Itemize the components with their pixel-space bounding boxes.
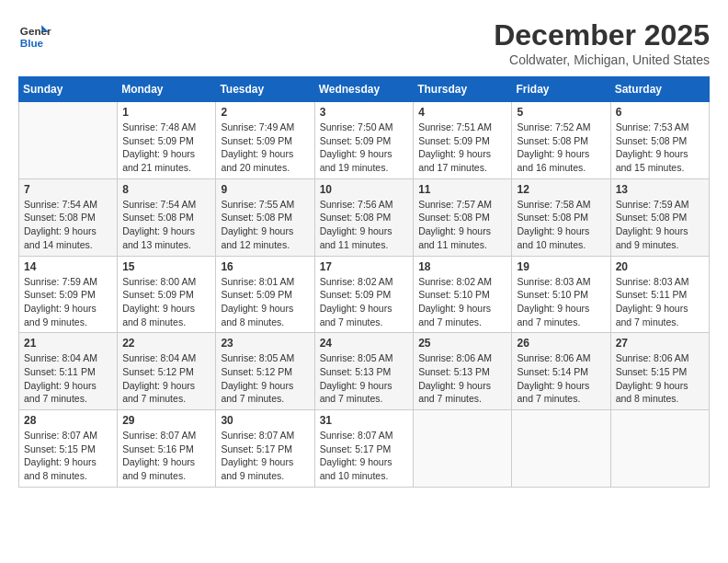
day-info: Sunrise: 7:53 AM Sunset: 5:08 PM Dayligh… [616, 121, 704, 175]
day-number: 14 [24, 260, 112, 273]
day-cell: 9Sunrise: 7:55 AM Sunset: 5:08 PM Daylig… [216, 178, 314, 256]
day-number: 21 [24, 337, 112, 350]
logo-icon: General Blue [18, 18, 51, 52]
day-number: 11 [418, 183, 506, 196]
day-info: Sunrise: 7:50 AM Sunset: 5:09 PM Dayligh… [320, 121, 409, 175]
day-cell: 30Sunrise: 8:07 AM Sunset: 5:17 PM Dayli… [216, 410, 314, 488]
day-cell: 28Sunrise: 8:07 AM Sunset: 5:15 PM Dayli… [19, 410, 118, 488]
day-cell: 26Sunrise: 8:06 AM Sunset: 5:14 PM Dayli… [512, 333, 610, 410]
day-info: Sunrise: 7:55 AM Sunset: 5:08 PM Dayligh… [221, 198, 309, 252]
day-info: Sunrise: 8:05 AM Sunset: 5:13 PM Dayligh… [320, 351, 409, 406]
day-info: Sunrise: 8:03 AM Sunset: 5:10 PM Dayligh… [517, 275, 605, 329]
week-row-2: 7Sunrise: 7:54 AM Sunset: 5:08 PM Daylig… [19, 178, 710, 256]
day-info: Sunrise: 7:48 AM Sunset: 5:09 PM Dayligh… [122, 121, 210, 175]
day-number: 2 [221, 106, 309, 119]
day-info: Sunrise: 7:52 AM Sunset: 5:08 PM Dayligh… [517, 121, 605, 175]
calendar-table: SundayMondayTuesdayWednesdayThursdayFrid… [18, 76, 710, 488]
day-info: Sunrise: 8:06 AM Sunset: 5:13 PM Dayligh… [418, 351, 506, 406]
days-header-row: SundayMondayTuesdayWednesdayThursdayFrid… [19, 77, 710, 102]
day-info: Sunrise: 8:07 AM Sunset: 5:16 PM Dayligh… [122, 429, 210, 483]
location: Coldwater, Michigan, United States [494, 52, 710, 67]
day-number: 20 [616, 260, 704, 273]
day-cell [610, 410, 709, 488]
day-cell [19, 102, 118, 179]
day-info: Sunrise: 7:54 AM Sunset: 5:08 PM Dayligh… [122, 198, 210, 252]
day-cell [512, 410, 610, 488]
day-info: Sunrise: 8:02 AM Sunset: 5:09 PM Dayligh… [320, 275, 409, 329]
day-number: 18 [418, 260, 506, 273]
day-number: 1 [122, 106, 210, 119]
day-cell: 22Sunrise: 8:04 AM Sunset: 5:12 PM Dayli… [118, 333, 216, 410]
day-cell: 21Sunrise: 8:04 AM Sunset: 5:11 PM Dayli… [19, 333, 118, 410]
day-header-sunday: Sunday [19, 77, 118, 102]
day-cell: 11Sunrise: 7:57 AM Sunset: 5:08 PM Dayli… [414, 178, 512, 256]
month-title: December 2025 [494, 18, 710, 52]
day-cell: 16Sunrise: 8:01 AM Sunset: 5:09 PM Dayli… [216, 256, 314, 333]
day-info: Sunrise: 8:00 AM Sunset: 5:09 PM Dayligh… [122, 275, 210, 329]
day-info: Sunrise: 7:54 AM Sunset: 5:08 PM Dayligh… [24, 198, 112, 252]
day-number: 15 [122, 260, 210, 273]
day-header-tuesday: Tuesday [216, 77, 314, 102]
day-info: Sunrise: 7:51 AM Sunset: 5:09 PM Dayligh… [418, 121, 506, 175]
day-number: 23 [221, 337, 309, 350]
day-number: 22 [122, 337, 210, 350]
logo: General Blue [18, 18, 55, 52]
day-info: Sunrise: 8:06 AM Sunset: 5:14 PM Dayligh… [517, 351, 605, 406]
week-row-5: 28Sunrise: 8:07 AM Sunset: 5:15 PM Dayli… [19, 410, 710, 488]
day-info: Sunrise: 8:03 AM Sunset: 5:11 PM Dayligh… [616, 275, 704, 329]
week-row-1: 1Sunrise: 7:48 AM Sunset: 5:09 PM Daylig… [19, 102, 710, 179]
day-number: 5 [517, 106, 605, 119]
day-cell: 31Sunrise: 8:07 AM Sunset: 5:17 PM Dayli… [314, 410, 414, 488]
day-cell: 6Sunrise: 7:53 AM Sunset: 5:08 PM Daylig… [610, 102, 709, 179]
day-number: 29 [122, 414, 210, 427]
day-cell: 23Sunrise: 8:05 AM Sunset: 5:12 PM Dayli… [216, 333, 314, 410]
day-number: 13 [616, 183, 704, 196]
title-block: December 2025 Coldwater, Michigan, Unite… [494, 18, 710, 67]
day-number: 19 [517, 260, 605, 273]
day-cell: 2Sunrise: 7:49 AM Sunset: 5:09 PM Daylig… [216, 102, 314, 179]
day-cell: 5Sunrise: 7:52 AM Sunset: 5:08 PM Daylig… [512, 102, 610, 179]
day-number: 12 [517, 183, 605, 196]
day-header-thursday: Thursday [414, 77, 512, 102]
calendar-header: SundayMondayTuesdayWednesdayThursdayFrid… [19, 77, 710, 102]
day-number: 9 [221, 183, 309, 196]
day-number: 16 [221, 260, 309, 273]
day-cell: 18Sunrise: 8:02 AM Sunset: 5:10 PM Dayli… [414, 256, 512, 333]
day-number: 27 [616, 337, 704, 350]
day-number: 8 [122, 183, 210, 196]
day-cell: 3Sunrise: 7:50 AM Sunset: 5:09 PM Daylig… [314, 102, 414, 179]
day-info: Sunrise: 8:05 AM Sunset: 5:12 PM Dayligh… [221, 351, 309, 406]
day-cell: 8Sunrise: 7:54 AM Sunset: 5:08 PM Daylig… [118, 178, 216, 256]
day-cell: 15Sunrise: 8:00 AM Sunset: 5:09 PM Dayli… [118, 256, 216, 333]
day-info: Sunrise: 7:58 AM Sunset: 5:08 PM Dayligh… [517, 198, 605, 252]
calendar-body: 1Sunrise: 7:48 AM Sunset: 5:09 PM Daylig… [19, 102, 710, 488]
day-cell: 19Sunrise: 8:03 AM Sunset: 5:10 PM Dayli… [512, 256, 610, 333]
day-info: Sunrise: 8:07 AM Sunset: 5:15 PM Dayligh… [24, 429, 112, 483]
day-number: 30 [221, 414, 309, 427]
day-cell: 17Sunrise: 8:02 AM Sunset: 5:09 PM Dayli… [314, 256, 414, 333]
day-info: Sunrise: 8:02 AM Sunset: 5:10 PM Dayligh… [418, 275, 506, 329]
day-info: Sunrise: 7:59 AM Sunset: 5:08 PM Dayligh… [616, 198, 704, 252]
day-cell: 12Sunrise: 7:58 AM Sunset: 5:08 PM Dayli… [512, 178, 610, 256]
day-info: Sunrise: 8:06 AM Sunset: 5:15 PM Dayligh… [616, 351, 704, 406]
day-number: 26 [517, 337, 605, 350]
day-number: 31 [320, 414, 409, 427]
week-row-3: 14Sunrise: 7:59 AM Sunset: 5:09 PM Dayli… [19, 256, 710, 333]
week-row-4: 21Sunrise: 8:04 AM Sunset: 5:11 PM Dayli… [19, 333, 710, 410]
day-cell: 27Sunrise: 8:06 AM Sunset: 5:15 PM Dayli… [610, 333, 709, 410]
day-cell: 13Sunrise: 7:59 AM Sunset: 5:08 PM Dayli… [610, 178, 709, 256]
day-info: Sunrise: 8:04 AM Sunset: 5:11 PM Dayligh… [24, 351, 112, 406]
day-number: 25 [418, 337, 506, 350]
day-info: Sunrise: 7:56 AM Sunset: 5:08 PM Dayligh… [320, 198, 409, 252]
day-number: 3 [320, 106, 409, 119]
day-cell: 7Sunrise: 7:54 AM Sunset: 5:08 PM Daylig… [19, 178, 118, 256]
day-info: Sunrise: 7:49 AM Sunset: 5:09 PM Dayligh… [221, 121, 309, 175]
day-number: 7 [24, 183, 112, 196]
day-header-wednesday: Wednesday [314, 77, 414, 102]
day-info: Sunrise: 8:04 AM Sunset: 5:12 PM Dayligh… [122, 351, 210, 406]
day-info: Sunrise: 7:57 AM Sunset: 5:08 PM Dayligh… [418, 198, 506, 252]
day-header-monday: Monday [118, 77, 216, 102]
svg-text:Blue: Blue [20, 37, 44, 49]
day-info: Sunrise: 7:59 AM Sunset: 5:09 PM Dayligh… [24, 275, 112, 329]
day-cell: 14Sunrise: 7:59 AM Sunset: 5:09 PM Dayli… [19, 256, 118, 333]
